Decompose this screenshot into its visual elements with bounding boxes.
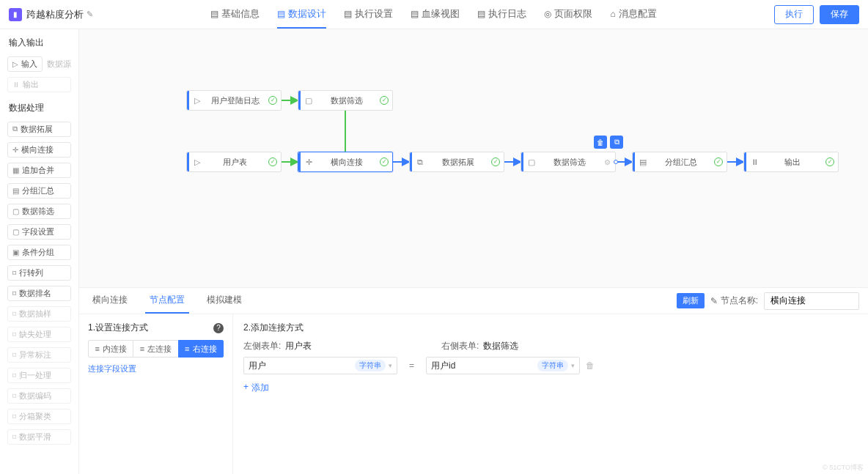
tab-执行设置[interactable]: ▤执行设置: [344, 0, 393, 29]
join-type-右连接[interactable]: ≡右连接: [178, 340, 224, 358]
edit-title-icon[interactable]: ✎: [87, 10, 93, 19]
status-ok-icon: ✓: [714, 158, 723, 166]
node-label: 数据拓展: [428, 157, 488, 168]
join-icon: ≡: [140, 344, 144, 353]
run-button[interactable]: 执行: [774, 5, 814, 24]
sidebar-item-归一处理[interactable]: ⌑归一处理: [7, 368, 71, 383]
node-数据筛选[interactable]: ▢数据筛选✓: [298, 90, 393, 111]
sidebar-item-label: 数据抽样: [19, 308, 51, 319]
tab-icon: ▤: [477, 9, 485, 19]
sidebar-item-横向连接[interactable]: ✛横向连接: [7, 142, 71, 158]
bottom-tab-模拟建模[interactable]: 模拟建模: [202, 288, 246, 314]
delete-row-icon[interactable]: 🗑: [586, 360, 595, 371]
bottom-panel: 横向连接节点配置模拟建模 刷新 ✎ 节点名称: 1.设置连接方式 ? ≡: [79, 287, 868, 474]
join-field-settings-link[interactable]: 连接字段设置: [88, 363, 136, 374]
node-type-icon: ▢: [12, 207, 19, 215]
node-type-icon: ▷: [189, 96, 205, 105]
sidebar-item-label: 横向连接: [21, 144, 54, 155]
sidebar-item-分箱聚类[interactable]: ⌑分箱聚类: [7, 409, 71, 424]
sidebar-item-label: 分组汇总: [22, 185, 54, 196]
node-分组汇总[interactable]: ▤分组汇总✓: [632, 152, 727, 172]
right-field-select[interactable]: 用户id 字符串 ▾: [426, 357, 580, 374]
join-icon: ≡: [185, 344, 189, 353]
node-label: 用户表: [205, 157, 265, 168]
node-type-icon: ▷: [189, 158, 205, 167]
delete-node-button[interactable]: 🗑: [594, 136, 607, 149]
add-row-button[interactable]: + 添加: [243, 382, 269, 394]
bottom-tab-节点配置[interactable]: 节点配置: [145, 288, 189, 314]
node-label: 数据筛选: [317, 95, 376, 106]
sidebar-item-追加合并[interactable]: ▦追加合并: [7, 163, 71, 178]
sidebar-item-数据抽样[interactable]: ⌑数据抽样: [7, 306, 71, 322]
sidebar-item-label: 追加合并: [22, 165, 54, 176]
sidebar-item-数据编码[interactable]: ⌑数据编码: [7, 388, 71, 404]
left-table-label: 左侧表单:: [243, 340, 281, 352]
tab-icon: ⌂: [610, 9, 615, 19]
equals-sign: =: [403, 360, 420, 371]
tab-页面权限[interactable]: ◎页面权限: [544, 0, 592, 29]
app-logo: ▮: [9, 8, 22, 21]
sidebar-item-分组汇总[interactable]: ▤分组汇总: [7, 183, 71, 199]
node-label: 数据筛选: [540, 157, 599, 168]
join-icon: ≡: [95, 344, 99, 353]
canvas[interactable]: 🗑 ⧉ ▷用户登陆日志✓▢数据筛选✓▷用户表✓✛横向连接✓⧉数据拓展✓▢数据筛选…: [79, 29, 868, 287]
page-title: 跨越粘度分析: [26, 8, 84, 21]
watermark: © 51CTO博客: [823, 463, 864, 473]
node-用户登陆日志[interactable]: ▷用户登陆日志✓: [186, 90, 282, 111]
save-button[interactable]: 保存: [820, 5, 859, 24]
sidebar-item-数据平滑[interactable]: ⌑数据平滑: [7, 429, 71, 445]
top-bar: ▮ 跨越粘度分析 ✎ ▤基础信息▤数据设计▤执行设置▤血缘视图▤执行日志◎页面权…: [0, 0, 868, 29]
tab-基础信息[interactable]: ▤基础信息: [210, 0, 260, 29]
tab-icon: ▤: [344, 9, 352, 19]
sidebar-item-label: 字段设置: [22, 226, 54, 237]
sidebar-item-label: 数据编码: [19, 390, 51, 401]
right-table-label: 右侧表单:: [441, 340, 479, 352]
sidebar-item-字段设置[interactable]: ▢字段设置: [7, 224, 71, 240]
status-ok-icon: ✓: [825, 158, 834, 166]
join-type-左连接[interactable]: ≡左连接: [133, 340, 178, 358]
node-type-icon: ⏸: [746, 158, 762, 166]
join-type-内连接[interactable]: ≡内连接: [88, 340, 133, 358]
sidebar-item-条件分组[interactable]: ▣条件分组: [7, 245, 71, 260]
node-用户表[interactable]: ▷用户表✓: [186, 152, 282, 172]
bottom-tab-横向连接[interactable]: 横向连接: [88, 288, 132, 314]
chevron-down-icon: ▾: [389, 362, 392, 369]
node-横向连接[interactable]: ✛横向连接✓: [298, 152, 393, 172]
sidebar-item-数据拓展[interactable]: ⧉数据拓展: [7, 122, 71, 137]
nodename-input[interactable]: [764, 292, 859, 310]
node-label: 输出: [762, 157, 822, 168]
node-type-icon: ✛: [12, 146, 18, 154]
node-label: 用户登陆日志: [205, 95, 265, 106]
status-config-icon: ⚙: [604, 158, 611, 166]
sidebar-item-数据筛选[interactable]: ▢数据筛选: [7, 204, 71, 219]
sidebar-item-数据排名[interactable]: ⌑数据排名: [7, 286, 71, 301]
copy-node-button[interactable]: ⧉: [610, 136, 623, 149]
node-数据筛选[interactable]: ▢数据筛选⚙: [521, 152, 616, 172]
tab-消息配置[interactable]: ⌂消息配置: [610, 0, 656, 29]
chevron-down-icon: ▾: [571, 362, 575, 369]
sidebar-item-缺失处理[interactable]: ⌑缺失处理: [7, 327, 71, 342]
sidebar-item-output[interactable]: ⏸ 输出: [7, 77, 71, 92]
sidebar-item-行转列[interactable]: ⌑行转列: [7, 265, 71, 281]
sidebar-item-label: 数据平滑: [19, 432, 51, 442]
sidebar-item-label: 归一处理: [19, 370, 51, 381]
sidebar-item-label: 数据排名: [19, 288, 51, 299]
node-type-icon: ⌑: [12, 371, 16, 379]
tab-血缘视图[interactable]: ▤血缘视图: [411, 0, 460, 29]
edit-icon: ✎: [710, 296, 718, 306]
refresh-button[interactable]: 刷新: [677, 293, 705, 308]
node-数据拓展[interactable]: ⧉数据拓展✓: [409, 152, 504, 172]
sidebar-item-异常标注[interactable]: ⌑异常标注: [7, 347, 71, 363]
sidebar-item-input[interactable]: ▷ 输入: [7, 56, 43, 72]
node-label: 横向连接: [317, 157, 376, 168]
help-icon[interactable]: ?: [213, 323, 224, 333]
left-field-select[interactable]: 用户 字符串 ▾: [243, 357, 397, 374]
output-port[interactable]: [614, 160, 618, 164]
tab-执行日志[interactable]: ▤执行日志: [477, 0, 526, 29]
main-area: 🗑 ⧉ ▷用户登陆日志✓▢数据筛选✓▷用户表✓✛横向连接✓⧉数据拓展✓▢数据筛选…: [79, 29, 868, 474]
nodename-label: ✎ 节点名称:: [710, 295, 758, 307]
tab-数据设计[interactable]: ▤数据设计: [277, 0, 326, 29]
node-type-icon: ⌑: [12, 330, 16, 338]
node-输出[interactable]: ⏸输出✓: [743, 152, 839, 172]
node-type-icon: ▤: [12, 187, 19, 195]
